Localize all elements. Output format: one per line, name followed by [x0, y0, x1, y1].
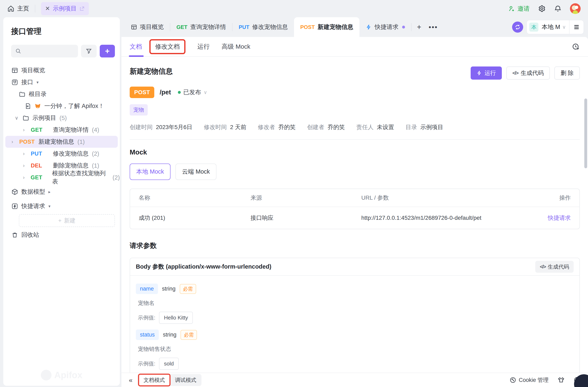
local-mock-button[interactable]: 本地 Mock — [130, 164, 170, 180]
chevron-right-icon[interactable]: › — [23, 127, 27, 133]
api-label: 修改宠物信息 — [53, 150, 89, 158]
env-label: 本地 M — [542, 23, 560, 31]
cloud-mock-button[interactable]: 云端 Mock — [175, 164, 216, 180]
tag-chip[interactable]: 宠物 — [130, 104, 148, 115]
subtab-doc[interactable]: 文档 — [130, 37, 142, 56]
filter-button[interactable] — [81, 45, 97, 57]
sidebar-api-get-pet-detail[interactable]: › GET 查询宠物详情 (4) — [3, 124, 120, 136]
history-icon[interactable] — [572, 43, 580, 50]
sidebar-section-apis[interactable]: 接口 ▾ — [3, 76, 120, 88]
run-button[interactable]: 运行 — [471, 66, 502, 80]
api-count: (2) — [113, 174, 120, 181]
new-tab-button[interactable]: + — [412, 23, 426, 31]
subtab-run[interactable]: 运行 — [197, 37, 210, 56]
method-badge: PUT — [31, 150, 50, 157]
example-value: Hello Kitty — [159, 312, 193, 324]
debug-mode-button[interactable]: 调试模式 — [170, 375, 201, 385]
example-value: sold — [159, 358, 179, 370]
param-name-chip: status — [136, 330, 159, 340]
chevron-right-icon[interactable]: › — [23, 151, 27, 157]
sidebar-api-get-pet-list[interactable]: › GET 根据状态查找宠物列表 (2) — [3, 172, 120, 183]
env-menu-icon[interactable] — [569, 24, 584, 30]
sync-button[interactable] — [512, 22, 523, 33]
tab-quick-request[interactable]: 快捷请求 — [359, 17, 411, 37]
mock-section-title: Mock — [130, 148, 580, 156]
apifox-watermark-text: Apifox — [54, 370, 83, 380]
close-icon[interactable]: ✕ — [45, 6, 50, 11]
home-icon — [7, 5, 14, 12]
tab-more-button[interactable]: ••• — [426, 23, 440, 31]
sidebar-item-data-model[interactable]: 数据模型 ▸ — [3, 186, 120, 198]
sidebar-item-project-overview[interactable]: 项目概览 — [3, 64, 120, 76]
method-badge: DEL — [31, 163, 50, 169]
endpoint-path: /pet — [160, 89, 171, 96]
generate-code-button[interactable]: </> 生成代码 — [535, 261, 574, 273]
generate-code-button[interactable]: </> 生成代码 — [506, 66, 550, 80]
overview-label: 项目概览 — [21, 66, 45, 74]
chevron-right-icon[interactable]: › — [23, 175, 27, 180]
sidebar-item-quick-request[interactable]: 快捷请求 ▾ — [3, 200, 120, 212]
gear-icon[interactable] — [538, 5, 546, 13]
tab-put-update-pet[interactable]: PUT 修改宠物信息 — [232, 17, 294, 37]
sidebar-api-post-create-pet[interactable]: › POST 新建宠物信息 (1) — [5, 136, 118, 148]
home-button[interactable]: 主页 — [7, 4, 29, 13]
scrollbar-thumb[interactable] — [584, 99, 587, 168]
api-label: 新建宠物信息 — [39, 138, 74, 146]
tab-project-overview[interactable]: 项目概览 — [125, 17, 170, 37]
environment-selector[interactable]: 本 本地 M ∨ — [527, 20, 584, 34]
chevron-down-icon[interactable]: ∨ — [15, 115, 19, 121]
caret-down-icon[interactable]: ▾ — [37, 80, 39, 85]
invite-button[interactable]: 邀请 — [508, 4, 530, 13]
sidebar-folder-root[interactable]: 根目录 — [3, 88, 120, 100]
sidebar-item-guide[interactable]: 一分钟，了解 Apifox！ — [3, 100, 120, 112]
tab-label: 查询宠物详情 — [190, 23, 226, 31]
top-bar: 主页 ✕ 示例项目 邀请 — [0, 0, 588, 17]
cookie-manager-button[interactable]: Cookie 管理 — [510, 376, 549, 384]
new-button-label: 新建 — [64, 217, 76, 224]
meta-value: 未设置 — [377, 123, 394, 131]
cube-icon — [12, 189, 18, 195]
subtab-label: 高级 Mock — [222, 43, 250, 51]
annotation-red-box: 修改文档 — [149, 39, 186, 54]
doc-mode-button[interactable]: 文档模式 — [138, 374, 170, 387]
subtab-advanced-mock[interactable]: 高级 Mock — [222, 37, 250, 56]
api-tree: 项目概览 接口 ▾ 根目录 一分钟，了解 Apifox！ ∨ — [3, 64, 120, 241]
quick-request-link[interactable]: 快捷请求 — [530, 214, 571, 222]
meta-value: 2 天前 — [230, 123, 246, 131]
tab-get-pet-detail[interactable]: GET 查询宠物详情 — [170, 17, 232, 37]
project-tab[interactable]: ✕ 示例项目 — [41, 2, 89, 15]
mock-url[interactable]: http://127.0.0.1:4523/m1/2689726-0-defau… — [361, 215, 530, 221]
generate-code-label: 生成代码 — [548, 263, 569, 270]
chevron-right-icon[interactable]: › — [12, 139, 16, 145]
bell-icon[interactable] — [554, 5, 562, 13]
chevron-down-icon[interactable]: ∨ — [204, 89, 207, 95]
caret-right-icon[interactable]: ▸ — [48, 189, 50, 194]
external-link-icon[interactable] — [79, 6, 85, 11]
sidebar-item-recycle-bin[interactable]: 回收站 — [3, 229, 120, 241]
param-status: status string 必需 宠物销售状态 示例值: sold — [136, 330, 574, 370]
tab-post-create-pet-active[interactable]: POST 新建宠物信息 — [294, 17, 359, 37]
sidebar-api-put-update-pet[interactable]: › PUT 修改宠物信息 (2) — [3, 148, 120, 160]
cookie-label: Cookie 管理 — [519, 376, 549, 384]
meta-label: 责任人 — [356, 123, 374, 131]
publish-status[interactable]: 已发布 ∨ — [178, 88, 207, 96]
add-button[interactable]: + — [100, 45, 115, 57]
mock-table-header: 名称 来源 URL / 参数 操作 — [130, 189, 579, 207]
delete-button[interactable]: 删 除 — [554, 66, 580, 80]
subtab-edit-doc[interactable]: 修改文档 — [154, 37, 186, 56]
tab-label: 项目概览 — [140, 23, 164, 31]
mock-source: 接口响应 — [251, 214, 361, 222]
chevron-right-icon[interactable]: › — [23, 163, 27, 169]
search-field[interactable] — [24, 48, 74, 54]
debug-mode-label: 调试模式 — [175, 377, 196, 384]
meta-value: 示例项目 — [420, 123, 443, 131]
search-input[interactable] — [11, 45, 78, 57]
sidebar-folder-example[interactable]: ∨ 示例项目 (5) — [3, 112, 120, 124]
api-label: 删除宠物信息 — [53, 161, 89, 170]
new-quick-request-button[interactable]: + 新建 — [19, 214, 115, 227]
theme-shirt-icon[interactable] — [558, 377, 565, 384]
chevron-down-icon[interactable]: ∨ — [562, 24, 566, 30]
user-avatar[interactable] — [570, 3, 581, 14]
collapse-icon[interactable]: « — [129, 376, 132, 384]
caret-down-icon[interactable]: ▾ — [48, 204, 50, 209]
